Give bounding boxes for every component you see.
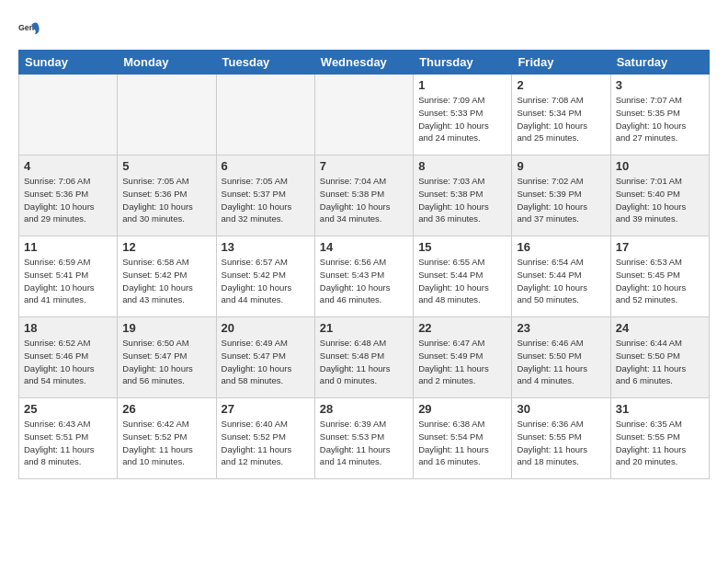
day-number: 17 — [616, 240, 704, 254]
weekday-header-tuesday: Tuesday — [216, 51, 314, 75]
day-number: 3 — [616, 78, 704, 92]
day-info: Sunrise: 7:08 AM Sunset: 5:34 PM Dayligh… — [517, 94, 605, 144]
calendar-cell: 11Sunrise: 6:59 AM Sunset: 5:41 PM Dayli… — [19, 236, 118, 317]
calendar-cell: 19Sunrise: 6:50 AM Sunset: 5:47 PM Dayli… — [118, 317, 216, 398]
calendar-cell: 30Sunrise: 6:36 AM Sunset: 5:55 PM Dayli… — [512, 398, 610, 479]
calendar-cell: 22Sunrise: 6:47 AM Sunset: 5:49 PM Dayli… — [414, 317, 512, 398]
calendar-cell: 14Sunrise: 6:56 AM Sunset: 5:43 PM Dayli… — [314, 236, 413, 317]
day-info: Sunrise: 7:05 AM Sunset: 5:36 PM Dayligh… — [122, 175, 210, 225]
calendar-cell: 6Sunrise: 7:05 AM Sunset: 5:37 PM Daylig… — [216, 155, 314, 236]
day-info: Sunrise: 7:04 AM Sunset: 5:38 PM Dayligh… — [320, 175, 408, 225]
day-info: Sunrise: 6:44 AM Sunset: 5:50 PM Dayligh… — [616, 337, 704, 387]
weekday-header-row: SundayMondayTuesdayWednesdayThursdayFrid… — [19, 51, 710, 75]
day-info: Sunrise: 6:53 AM Sunset: 5:45 PM Dayligh… — [616, 256, 704, 306]
day-number: 6 — [222, 159, 310, 173]
day-number: 31 — [616, 402, 704, 416]
calendar-cell — [118, 75, 216, 155]
day-number: 10 — [616, 159, 704, 173]
day-info: Sunrise: 6:47 AM Sunset: 5:49 PM Dayligh… — [418, 337, 506, 387]
day-info: Sunrise: 7:03 AM Sunset: 5:38 PM Dayligh… — [418, 175, 506, 225]
day-info: Sunrise: 6:38 AM Sunset: 5:54 PM Dayligh… — [418, 418, 506, 468]
day-info: Sunrise: 6:46 AM Sunset: 5:50 PM Dayligh… — [517, 337, 605, 387]
day-info: Sunrise: 6:39 AM Sunset: 5:53 PM Dayligh… — [320, 418, 408, 468]
day-number: 21 — [320, 321, 408, 335]
calendar-cell: 27Sunrise: 6:40 AM Sunset: 5:52 PM Dayli… — [216, 398, 314, 479]
day-info: Sunrise: 6:57 AM Sunset: 5:42 PM Dayligh… — [222, 256, 310, 306]
calendar-cell: 17Sunrise: 6:53 AM Sunset: 5:45 PM Dayli… — [610, 236, 709, 317]
day-info: Sunrise: 7:06 AM Sunset: 5:36 PM Dayligh… — [24, 175, 112, 225]
day-info: Sunrise: 6:35 AM Sunset: 5:55 PM Dayligh… — [616, 418, 704, 468]
day-info: Sunrise: 6:48 AM Sunset: 5:48 PM Dayligh… — [320, 337, 408, 387]
page-header: Gen — [18, 18, 710, 40]
day-number: 19 — [122, 321, 210, 335]
calendar-cell: 9Sunrise: 7:02 AM Sunset: 5:39 PM Daylig… — [512, 155, 610, 236]
calendar-cell: 4Sunrise: 7:06 AM Sunset: 5:36 PM Daylig… — [19, 155, 118, 236]
weekday-header-friday: Friday — [512, 51, 610, 75]
day-number: 7 — [320, 159, 408, 173]
calendar-cell: 23Sunrise: 6:46 AM Sunset: 5:50 PM Dayli… — [512, 317, 610, 398]
day-number: 16 — [517, 240, 605, 254]
calendar-cell: 5Sunrise: 7:05 AM Sunset: 5:36 PM Daylig… — [118, 155, 216, 236]
day-info: Sunrise: 7:09 AM Sunset: 5:33 PM Dayligh… — [418, 94, 506, 144]
calendar-cell: 20Sunrise: 6:49 AM Sunset: 5:47 PM Dayli… — [216, 317, 314, 398]
day-number: 5 — [122, 159, 210, 173]
calendar-week-row: 4Sunrise: 7:06 AM Sunset: 5:36 PM Daylig… — [19, 155, 710, 236]
weekday-header-saturday: Saturday — [610, 51, 709, 75]
calendar-cell: 29Sunrise: 6:38 AM Sunset: 5:54 PM Dayli… — [414, 398, 512, 479]
day-number: 11 — [24, 240, 112, 254]
day-number: 22 — [418, 321, 506, 335]
day-number: 30 — [517, 402, 605, 416]
day-number: 9 — [517, 159, 605, 173]
calendar-cell: 13Sunrise: 6:57 AM Sunset: 5:42 PM Dayli… — [216, 236, 314, 317]
day-info: Sunrise: 6:42 AM Sunset: 5:52 PM Dayligh… — [122, 418, 210, 468]
calendar-cell: 1Sunrise: 7:09 AM Sunset: 5:33 PM Daylig… — [414, 75, 512, 155]
calendar-cell: 3Sunrise: 7:07 AM Sunset: 5:35 PM Daylig… — [610, 75, 709, 155]
weekday-header-sunday: Sunday — [19, 51, 118, 75]
day-number: 2 — [517, 78, 605, 92]
calendar-week-row: 11Sunrise: 6:59 AM Sunset: 5:41 PM Dayli… — [19, 236, 710, 317]
day-number: 25 — [24, 402, 112, 416]
calendar-week-row: 25Sunrise: 6:43 AM Sunset: 5:51 PM Dayli… — [19, 398, 710, 479]
calendar-cell: 7Sunrise: 7:04 AM Sunset: 5:38 PM Daylig… — [314, 155, 413, 236]
day-info: Sunrise: 7:01 AM Sunset: 5:40 PM Dayligh… — [616, 175, 704, 225]
day-info: Sunrise: 6:43 AM Sunset: 5:51 PM Dayligh… — [24, 418, 112, 468]
day-info: Sunrise: 6:59 AM Sunset: 5:41 PM Dayligh… — [24, 256, 112, 306]
calendar-cell: 28Sunrise: 6:39 AM Sunset: 5:53 PM Dayli… — [314, 398, 413, 479]
calendar-cell: 26Sunrise: 6:42 AM Sunset: 5:52 PM Dayli… — [118, 398, 216, 479]
day-number: 28 — [320, 402, 408, 416]
calendar-cell: 25Sunrise: 6:43 AM Sunset: 5:51 PM Dayli… — [19, 398, 118, 479]
calendar-cell — [216, 75, 314, 155]
calendar-cell: 12Sunrise: 6:58 AM Sunset: 5:42 PM Dayli… — [118, 236, 216, 317]
day-number: 23 — [517, 321, 605, 335]
weekday-header-wednesday: Wednesday — [314, 51, 413, 75]
day-number: 13 — [222, 240, 310, 254]
calendar-cell: 15Sunrise: 6:55 AM Sunset: 5:44 PM Dayli… — [414, 236, 512, 317]
day-number: 29 — [418, 402, 506, 416]
calendar-cell: 10Sunrise: 7:01 AM Sunset: 5:40 PM Dayli… — [610, 155, 709, 236]
calendar-week-row: 1Sunrise: 7:09 AM Sunset: 5:33 PM Daylig… — [19, 75, 710, 155]
day-info: Sunrise: 6:36 AM Sunset: 5:55 PM Dayligh… — [517, 418, 605, 468]
calendar-cell: 8Sunrise: 7:03 AM Sunset: 5:38 PM Daylig… — [414, 155, 512, 236]
day-info: Sunrise: 6:40 AM Sunset: 5:52 PM Dayligh… — [222, 418, 310, 468]
day-info: Sunrise: 6:52 AM Sunset: 5:46 PM Dayligh… — [24, 337, 112, 387]
logo: Gen — [18, 18, 44, 40]
day-number: 14 — [320, 240, 408, 254]
calendar-cell: 18Sunrise: 6:52 AM Sunset: 5:46 PM Dayli… — [19, 317, 118, 398]
day-info: Sunrise: 6:49 AM Sunset: 5:47 PM Dayligh… — [222, 337, 310, 387]
calendar-cell: 21Sunrise: 6:48 AM Sunset: 5:48 PM Dayli… — [314, 317, 413, 398]
day-info: Sunrise: 7:02 AM Sunset: 5:39 PM Dayligh… — [517, 175, 605, 225]
weekday-header-thursday: Thursday — [414, 51, 512, 75]
day-info: Sunrise: 7:07 AM Sunset: 5:35 PM Dayligh… — [616, 94, 704, 144]
calendar-table: SundayMondayTuesdayWednesdayThursdayFrid… — [18, 50, 710, 479]
day-number: 4 — [24, 159, 112, 173]
logo-icon: Gen — [18, 18, 40, 40]
calendar-cell — [314, 75, 413, 155]
calendar-cell: 31Sunrise: 6:35 AM Sunset: 5:55 PM Dayli… — [610, 398, 709, 479]
calendar-week-row: 18Sunrise: 6:52 AM Sunset: 5:46 PM Dayli… — [19, 317, 710, 398]
day-info: Sunrise: 6:56 AM Sunset: 5:43 PM Dayligh… — [320, 256, 408, 306]
day-number: 18 — [24, 321, 112, 335]
day-number: 1 — [418, 78, 506, 92]
day-number: 20 — [222, 321, 310, 335]
calendar-cell: 2Sunrise: 7:08 AM Sunset: 5:34 PM Daylig… — [512, 75, 610, 155]
day-number: 27 — [222, 402, 310, 416]
